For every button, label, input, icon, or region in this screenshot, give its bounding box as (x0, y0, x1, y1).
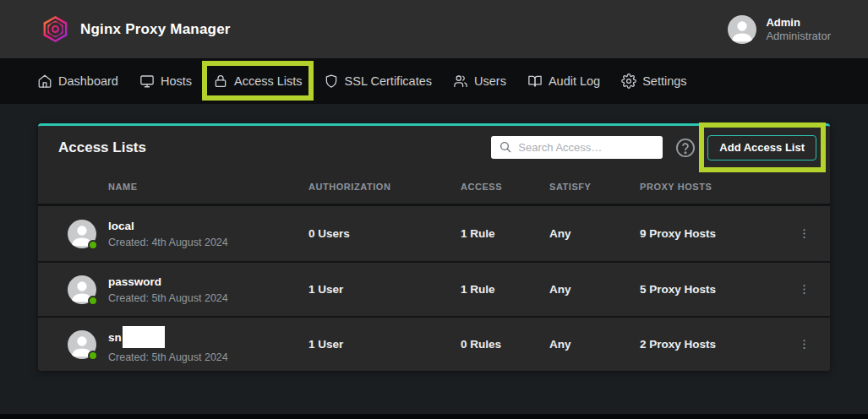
table-row[interactable]: local Created: 4th August 2024 0 Users 1… (38, 206, 830, 261)
user-menu[interactable]: Admin Administrator (728, 15, 831, 44)
nav-item-label: Settings (642, 74, 686, 88)
user-info: Admin Administrator (766, 15, 831, 43)
book-icon (527, 73, 543, 89)
col-name: NAME (108, 182, 308, 192)
access-value: 1 Rule (461, 227, 549, 240)
lock-icon (213, 73, 228, 89)
created-date: Created: 5th August 2024 (108, 351, 308, 363)
row-actions-button[interactable] (778, 206, 830, 261)
nav-item-settings[interactable]: Settings (621, 73, 686, 89)
user-role: Administrator (766, 30, 831, 43)
nav-item-dashboard[interactable]: Dashboard (37, 73, 118, 89)
row-actions-button[interactable] (778, 263, 830, 316)
panel-title: Access Lists (58, 139, 146, 156)
status-online-dot (88, 240, 98, 250)
row-name-cell: password Created: 5th August 2024 (108, 275, 308, 304)
help-circle-icon (674, 137, 696, 159)
monitor-icon (139, 73, 155, 89)
table-row[interactable]: sn Created: 5th August 2024 1 User 0 Rul… (38, 316, 830, 371)
add-button-wrap: Add Access List (707, 135, 816, 161)
authorization-value: 0 Users (308, 227, 461, 240)
user-name: Admin (766, 15, 831, 30)
access-value: 0 Rules (461, 338, 549, 351)
table-row[interactable]: password Created: 5th August 2024 1 User… (38, 261, 830, 316)
home-icon (37, 73, 52, 89)
brand: Nginx Proxy Manager (41, 15, 231, 43)
col-proxy-hosts: PROXY HOSTS (640, 182, 778, 192)
row-actions-button[interactable] (778, 318, 830, 371)
nav-item-label: Audit Log (549, 74, 600, 88)
add-access-list-button[interactable]: Add Access List (707, 135, 816, 161)
satisfy-value: Any (549, 338, 640, 351)
app-window: Nginx Proxy Manager Admin Administrator … (0, 0, 868, 419)
proxy-hosts-value: 5 Proxy Hosts (640, 283, 778, 296)
access-lists-panel: Access Lists Add Access List (38, 123, 830, 371)
nav-item-access-lists[interactable]: Access Lists (213, 73, 303, 89)
user-avatar (728, 15, 756, 44)
kebab-menu-icon (798, 283, 811, 296)
kebab-menu-icon (798, 338, 811, 351)
row-name-cell: local Created: 4th August 2024 (108, 220, 308, 248)
proxy-hosts-value: 9 Proxy Hosts (640, 227, 778, 240)
authorization-value: 1 User (308, 283, 461, 296)
kebab-menu-icon (798, 227, 811, 240)
bottom-edge (0, 414, 868, 419)
search-input[interactable] (491, 136, 663, 159)
col-authorization: AUTHORIZATION (308, 182, 461, 192)
person-icon (728, 15, 756, 44)
access-list-name: local (108, 220, 134, 232)
satisfy-value: Any (549, 227, 640, 240)
list-avatar (68, 220, 96, 248)
satisfy-value: Any (549, 283, 640, 296)
access-list-name: password (108, 275, 161, 288)
redaction-box (123, 326, 165, 348)
users-icon (453, 73, 468, 89)
app-header: Nginx Proxy Manager Admin Administrator (0, 0, 868, 58)
access-value: 1 Rule (461, 283, 549, 296)
row-avatar-cell (38, 330, 108, 359)
authorization-value: 1 User (308, 338, 461, 351)
nav-item-label: Dashboard (58, 74, 118, 88)
search-box (491, 136, 663, 159)
search-icon (499, 140, 512, 154)
col-satisfy: SATISFY (549, 182, 640, 192)
main-content: Access Lists Add Access List (0, 104, 868, 414)
proxy-hosts-value: 2 Proxy Hosts (640, 338, 778, 351)
app-logo-icon (41, 15, 69, 43)
nav-item-hosts[interactable]: Hosts (139, 73, 192, 89)
shield-icon (324, 73, 339, 89)
nav-item-label: Access Lists (234, 74, 303, 88)
nav-item-label: SSL Certificates (345, 74, 432, 88)
status-online-dot (88, 351, 98, 361)
created-date: Created: 4th August 2024 (108, 237, 308, 248)
nav-item-users[interactable]: Users (453, 73, 506, 89)
app-title: Nginx Proxy Manager (80, 21, 231, 38)
access-list-name: sn (108, 331, 122, 344)
created-date: Created: 5th August 2024 (108, 292, 308, 304)
help-button[interactable] (674, 136, 696, 159)
panel-actions: Add Access List (491, 135, 816, 161)
nav-item-ssl-certificates[interactable]: SSL Certificates (324, 73, 432, 89)
list-avatar (68, 330, 96, 359)
col-access: ACCESS (461, 182, 549, 192)
nav-item-label: Hosts (161, 74, 192, 88)
nav-item-audit-log[interactable]: Audit Log (527, 73, 600, 89)
panel-header: Access Lists Add Access List (38, 126, 830, 169)
row-avatar-cell (38, 220, 108, 248)
nav-item-label: Users (474, 74, 506, 88)
list-avatar (68, 275, 96, 304)
row-name-cell: sn Created: 5th August 2024 (108, 326, 308, 363)
table-header: NAME AUTHORIZATION ACCESS SATISFY PROXY … (38, 169, 830, 206)
row-avatar-cell (38, 275, 108, 304)
status-online-dot (88, 296, 98, 306)
gear-icon (621, 73, 636, 89)
main-nav: Dashboard Hosts Access Lists SSL Certifi… (0, 58, 868, 104)
